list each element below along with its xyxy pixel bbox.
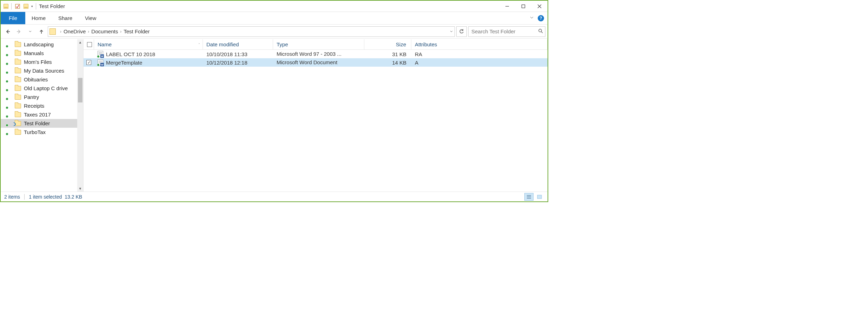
qat-customize-icon[interactable]: ▾ xyxy=(31,5,33,8)
sidebar-item[interactable]: Test Folder xyxy=(1,119,83,128)
folder-icon xyxy=(15,130,21,135)
column-type[interactable]: Type xyxy=(273,39,364,49)
select-all-checkbox[interactable] xyxy=(84,39,94,49)
sync-badge-icon xyxy=(6,133,8,135)
folder-icon xyxy=(15,77,21,82)
sidebar-item[interactable]: Pantry xyxy=(1,93,83,101)
sidebar-item-label: Taxes 2017 xyxy=(24,112,51,118)
folder-icon xyxy=(15,60,21,65)
chevron-down-icon[interactable] xyxy=(450,30,453,33)
scroll-down-icon[interactable]: ▼ xyxy=(77,186,83,192)
help-icon[interactable]: ? xyxy=(538,15,544,21)
sidebar-item-label: Receipts xyxy=(24,103,44,109)
file-date: 10/10/2018 11:33 xyxy=(203,50,273,58)
sidebar-item-label: Manuals xyxy=(24,50,44,56)
folder-icon xyxy=(15,51,21,56)
scroll-thumb[interactable] xyxy=(78,78,82,102)
up-button[interactable] xyxy=(37,27,46,36)
navigation-pane: LandscapingManualsMom's FilesMy Data Sou… xyxy=(1,39,84,192)
close-button[interactable] xyxy=(531,1,548,12)
back-button[interactable] xyxy=(3,27,13,36)
column-size[interactable]: Size xyxy=(364,39,411,49)
sidebar-item-label: Pantry xyxy=(24,94,39,100)
sidebar-item-label: Test Folder xyxy=(24,120,50,126)
sidebar-item-label: Old Laptop C drive xyxy=(24,85,68,91)
file-row[interactable]: WMergeTemplate10/12/2018 12:18Microsoft … xyxy=(84,58,548,67)
sidebar-item[interactable]: Old Laptop C drive xyxy=(1,84,83,93)
sidebar-item[interactable]: Receipts xyxy=(1,101,83,110)
expand-ribbon-icon[interactable] xyxy=(529,15,534,21)
window-controls xyxy=(499,1,548,12)
sync-badge-icon xyxy=(6,98,8,100)
sidebar-item-label: Obituaries xyxy=(24,76,48,82)
svg-rect-2 xyxy=(522,5,525,8)
new-folder-icon[interactable] xyxy=(24,4,28,9)
column-headers: Nameˆ Date modified Type Size Attributes xyxy=(84,39,548,50)
column-attributes[interactable]: Attributes xyxy=(411,39,548,49)
share-tab[interactable]: Share xyxy=(52,12,79,24)
separator xyxy=(11,3,12,9)
refresh-button[interactable] xyxy=(456,26,467,37)
address-bar[interactable]: ›OneDrive›Documents›Test Folder xyxy=(48,26,455,37)
recent-locations-button[interactable] xyxy=(25,27,35,36)
home-tab[interactable]: Home xyxy=(25,12,52,24)
column-date[interactable]: Date modified xyxy=(203,39,273,49)
thumbnails-view-button[interactable] xyxy=(535,193,544,201)
svg-point-8 xyxy=(539,29,542,32)
sidebar-item-label: Landscaping xyxy=(24,41,54,47)
sync-badge-icon xyxy=(6,54,8,56)
sync-badge-icon xyxy=(6,89,8,92)
sync-badge-icon xyxy=(6,45,8,48)
view-tab[interactable]: View xyxy=(79,12,102,24)
minimize-button[interactable] xyxy=(499,1,515,12)
selection-size: 13.2 KB xyxy=(65,194,82,200)
sync-badge-icon xyxy=(6,71,8,74)
file-name-cell[interactable]: WLABEL OCT 10 2018 xyxy=(94,50,203,58)
maximize-button[interactable] xyxy=(515,1,531,12)
search-box[interactable] xyxy=(468,26,545,37)
main-area: LandscapingManualsMom's FilesMy Data Sou… xyxy=(1,39,548,192)
sync-badge-icon xyxy=(6,80,8,83)
sync-badge-icon xyxy=(6,106,8,109)
file-size: 31 KB xyxy=(364,50,411,58)
sidebar-item[interactable]: My Data Sources xyxy=(1,66,83,75)
sidebar-item[interactable]: Manuals xyxy=(1,49,83,58)
scroll-up-icon[interactable]: ▲ xyxy=(77,39,83,45)
quick-access-toolbar: ▾ xyxy=(1,3,36,9)
sidebar-item[interactable]: Mom's Files xyxy=(1,58,83,66)
breadcrumb[interactable]: ›OneDrive›Documents›Test Folder xyxy=(58,28,150,34)
folder-icon xyxy=(15,104,21,108)
file-type: Microsoft Word 97 - 2003 ... xyxy=(273,50,364,58)
search-input[interactable] xyxy=(471,28,538,34)
sidebar-item[interactable]: Taxes 2017 xyxy=(1,110,83,119)
svg-rect-0 xyxy=(15,4,20,8)
view-switcher xyxy=(524,193,544,201)
sidebar-item-label: TurboTax xyxy=(24,129,46,135)
folder-icon xyxy=(15,95,21,100)
sidebar-item[interactable]: TurboTax xyxy=(1,128,83,136)
details-view-button[interactable] xyxy=(524,193,534,201)
sync-badge-icon xyxy=(6,124,8,127)
file-name-cell[interactable]: WMergeTemplate xyxy=(94,58,203,67)
folder-icon xyxy=(15,121,21,126)
sidebar-item[interactable]: Landscaping xyxy=(1,40,83,49)
sidebar-item[interactable]: Obituaries xyxy=(1,75,83,84)
column-name[interactable]: Nameˆ xyxy=(94,39,203,49)
file-date: 10/12/2018 12:18 xyxy=(203,58,273,67)
row-checkbox[interactable] xyxy=(84,58,94,67)
folder-tree: LandscapingManualsMom's FilesMy Data Sou… xyxy=(1,39,83,136)
file-tab[interactable]: File xyxy=(1,12,25,24)
properties-icon[interactable] xyxy=(14,3,21,9)
forward-button[interactable] xyxy=(14,27,24,36)
sync-badge-icon xyxy=(6,62,8,65)
folder-icon xyxy=(49,28,56,35)
word-document-icon: W xyxy=(98,59,103,66)
file-row[interactable]: WLABEL OCT 10 201810/10/2018 11:33Micros… xyxy=(84,50,548,58)
ribbon: File Home Share View ? xyxy=(1,12,548,25)
item-count: 2 items xyxy=(4,194,20,200)
scrollbar[interactable]: ▲ ▼ xyxy=(77,39,83,192)
separator xyxy=(24,194,25,200)
row-checkbox[interactable] xyxy=(84,50,94,58)
folder-icon xyxy=(15,86,21,91)
word-document-icon: W xyxy=(98,51,103,57)
